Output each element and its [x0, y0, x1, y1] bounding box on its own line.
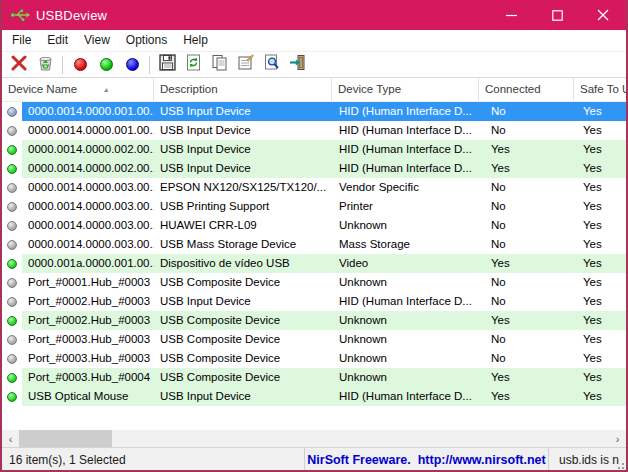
- menu-help[interactable]: Help: [175, 30, 216, 51]
- resize-grip[interactable]: [615, 460, 624, 469]
- cell-connected[interactable]: No: [479, 330, 574, 349]
- cell-connected[interactable]: No: [479, 197, 574, 216]
- minimize-button[interactable]: [488, 0, 534, 30]
- cell-description[interactable]: USB Input Device: [154, 387, 332, 406]
- menu-options[interactable]: Options: [118, 30, 175, 51]
- cell-connected[interactable]: No: [479, 292, 574, 311]
- cell-device-name[interactable]: Port_#0003.Hub_#0003: [22, 330, 154, 349]
- table-row[interactable]: 0000.0014.0000.001.00... USB Input Devic…: [2, 121, 626, 140]
- cell-device-type[interactable]: Mass Storage: [332, 235, 479, 254]
- cell-connected[interactable]: No: [479, 178, 574, 197]
- scroll-right-arrow-icon[interactable]: ›: [609, 430, 626, 447]
- cell-device-type[interactable]: Unknown: [332, 368, 479, 387]
- cell-device-type[interactable]: Printer: [332, 197, 479, 216]
- table-row[interactable]: 0000.0014.0000.001.00... USB Input Devic…: [2, 102, 626, 121]
- cell-safe-to-unplug[interactable]: Yes: [574, 292, 626, 311]
- blue-ball-button[interactable]: [119, 53, 145, 77]
- cell-device-type[interactable]: HID (Human Interface D...: [332, 121, 479, 140]
- table-row[interactable]: 0000.0014.0000.002.00... USB Input Devic…: [2, 159, 626, 178]
- cell-device-type[interactable]: HID (Human Interface D...: [332, 387, 479, 406]
- cell-description[interactable]: USB Composite Device: [154, 311, 332, 330]
- cell-device-type[interactable]: HID (Human Interface D...: [332, 140, 479, 159]
- cell-description[interactable]: USB Composite Device: [154, 273, 332, 292]
- cell-safe-to-unplug[interactable]: Yes: [574, 311, 626, 330]
- refresh-button[interactable]: [180, 53, 206, 77]
- cell-device-type[interactable]: Unknown: [332, 330, 479, 349]
- cell-device-name[interactable]: 0000.0014.0000.003.00...: [22, 178, 154, 197]
- table-row[interactable]: 0000.0014.0000.003.00... USB Mass Storag…: [2, 235, 626, 254]
- cell-safe-to-unplug[interactable]: Yes: [574, 159, 626, 178]
- cell-description[interactable]: USB Composite Device: [154, 368, 332, 387]
- cell-description[interactable]: USB Input Device: [154, 102, 332, 121]
- table-row[interactable]: 0000.0014.0000.002.00... USB Input Devic…: [2, 140, 626, 159]
- cell-device-name[interactable]: USB Optical Mouse: [22, 387, 154, 406]
- cell-connected[interactable]: No: [479, 216, 574, 235]
- table-row[interactable]: Port_#0003.Hub_#0003 USB Composite Devic…: [2, 330, 626, 349]
- cell-connected[interactable]: Yes: [479, 368, 574, 387]
- table-row[interactable]: Port_#0002.Hub_#0003 USB Input Device HI…: [2, 292, 626, 311]
- cell-device-type[interactable]: HID (Human Interface D...: [332, 102, 479, 121]
- table-row[interactable]: 0000.0014.0000.003.00... USB Printing Su…: [2, 197, 626, 216]
- cell-safe-to-unplug[interactable]: Yes: [574, 216, 626, 235]
- cell-device-type[interactable]: Unknown: [332, 311, 479, 330]
- red-ball-button[interactable]: [67, 53, 93, 77]
- cell-device-name[interactable]: 0000.001a.0000.001.00...: [22, 254, 154, 273]
- cell-safe-to-unplug[interactable]: Yes: [574, 254, 626, 273]
- cell-connected[interactable]: No: [479, 349, 574, 368]
- table-row[interactable]: Port_#0001.Hub_#0003 USB Composite Devic…: [2, 273, 626, 292]
- cell-connected[interactable]: No: [479, 102, 574, 121]
- cell-connected[interactable]: Yes: [479, 311, 574, 330]
- table-row[interactable]: 0000.0014.0000.003.00... HUAWEI CRR-L09 …: [2, 216, 626, 235]
- exit-button[interactable]: [284, 53, 310, 77]
- cell-description[interactable]: HUAWEI CRR-L09: [154, 216, 332, 235]
- cell-safe-to-unplug[interactable]: Yes: [574, 387, 626, 406]
- horizontal-scrollbar[interactable]: ‹ ›: [2, 430, 626, 447]
- cell-safe-to-unplug[interactable]: Yes: [574, 368, 626, 387]
- column-header-safe-to-unplug[interactable]: Safe To Unplug: [574, 78, 626, 101]
- disconnect-device-button[interactable]: [6, 53, 32, 77]
- cell-device-name[interactable]: Port_#0003.Hub_#0004: [22, 368, 154, 387]
- cell-safe-to-unplug[interactable]: Yes: [574, 178, 626, 197]
- cell-description[interactable]: USB Composite Device: [154, 349, 332, 368]
- cell-description[interactable]: Dispositivo de vídeo USB: [154, 254, 332, 273]
- cell-device-type[interactable]: Unknown: [332, 216, 479, 235]
- uninstall-device-button[interactable]: [32, 53, 58, 77]
- table-row[interactable]: Port_#0002.Hub_#0003 USB Composite Devic…: [2, 311, 626, 330]
- scroll-left-arrow-icon[interactable]: ‹: [2, 430, 19, 447]
- cell-description[interactable]: USB Mass Storage Device: [154, 235, 332, 254]
- cell-description[interactable]: USB Composite Device: [154, 330, 332, 349]
- cell-connected[interactable]: No: [479, 273, 574, 292]
- table-row[interactable]: USB Optical Mouse USB Input Device HID (…: [2, 387, 626, 406]
- nirsoft-link[interactable]: NirSoft Freeware. http://www.nirsoft.net: [307, 453, 545, 467]
- cell-connected[interactable]: Yes: [479, 254, 574, 273]
- cell-description[interactable]: USB Input Device: [154, 121, 332, 140]
- cell-device-name[interactable]: Port_#0001.Hub_#0003: [22, 273, 154, 292]
- cell-device-name[interactable]: 0000.0014.0000.002.00...: [22, 159, 154, 178]
- find-button[interactable]: [258, 53, 284, 77]
- table-row[interactable]: 0000.001a.0000.001.00... Dispositivo de …: [2, 254, 626, 273]
- cell-description[interactable]: USB Input Device: [154, 140, 332, 159]
- close-button[interactable]: [580, 0, 626, 30]
- cell-device-name[interactable]: Port_#0003.Hub_#0003: [22, 349, 154, 368]
- cell-safe-to-unplug[interactable]: Yes: [574, 349, 626, 368]
- save-button[interactable]: [154, 53, 180, 77]
- cell-connected[interactable]: Yes: [479, 387, 574, 406]
- cell-safe-to-unplug[interactable]: Yes: [574, 273, 626, 292]
- cell-device-name[interactable]: 0000.0014.0000.002.00...: [22, 140, 154, 159]
- column-header-device-name[interactable]: Device Name ▲: [2, 78, 154, 101]
- table-row[interactable]: Port_#0003.Hub_#0003 USB Composite Devic…: [2, 349, 626, 368]
- cell-device-name[interactable]: 0000.0014.0000.003.00...: [22, 197, 154, 216]
- copy-button[interactable]: [206, 53, 232, 77]
- menu-edit[interactable]: Edit: [39, 30, 76, 51]
- cell-device-name[interactable]: 0000.0014.0000.003.00...: [22, 235, 154, 254]
- cell-safe-to-unplug[interactable]: Yes: [574, 140, 626, 159]
- scrollbar-thumb[interactable]: [19, 430, 112, 447]
- cell-device-name[interactable]: 0000.0014.0000.001.00...: [22, 102, 154, 121]
- cell-device-name[interactable]: Port_#0002.Hub_#0003: [22, 311, 154, 330]
- cell-safe-to-unplug[interactable]: Yes: [574, 121, 626, 140]
- cell-device-type[interactable]: HID (Human Interface D...: [332, 159, 479, 178]
- cell-connected[interactable]: Yes: [479, 159, 574, 178]
- cell-description[interactable]: USB Printing Support: [154, 197, 332, 216]
- cell-device-type[interactable]: HID (Human Interface D...: [332, 292, 479, 311]
- cell-connected[interactable]: Yes: [479, 140, 574, 159]
